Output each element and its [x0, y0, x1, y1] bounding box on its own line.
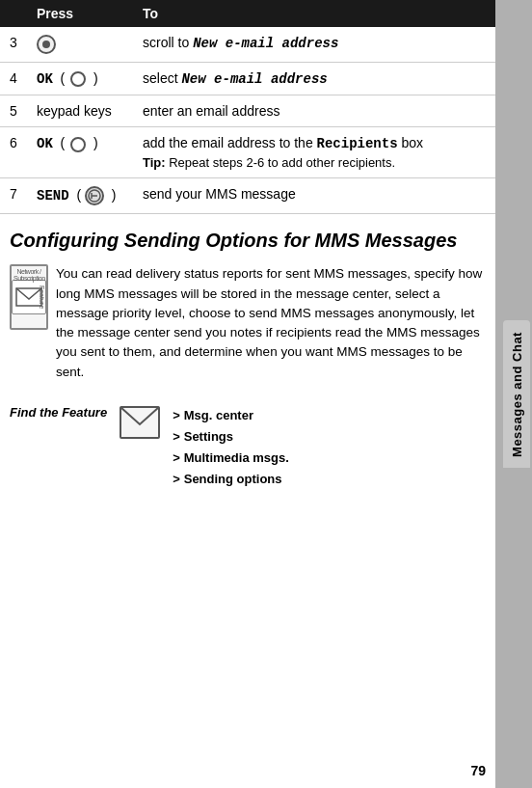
row-to: enter an email address: [133, 95, 495, 127]
row-num: 3: [0, 27, 27, 63]
step-label-4: Sending options: [184, 469, 282, 490]
configure-body-wrapper: Network / Subscription Feature You can r…: [10, 264, 486, 382]
table-row: 7 SEND ( ): [0, 178, 495, 214]
row-num: 5: [0, 95, 27, 127]
find-feature-section: Find the Feature > Msg. center > Setting…: [0, 392, 495, 500]
scroll-icon: [37, 35, 56, 54]
col-header-to: To: [133, 0, 495, 27]
feature-icon: Network / Subscription Feature: [10, 264, 48, 330]
page-number: 79: [470, 763, 486, 778]
row-to: scroll to New e-mail address: [133, 27, 495, 63]
row-num: 7: [0, 178, 27, 214]
row-num: 4: [0, 63, 27, 95]
step-label-1: Msg. center: [184, 405, 253, 426]
ok-button-circle2: [70, 137, 86, 152]
new-email-label2: New e-mail address: [181, 71, 327, 87]
tip-text: Tip: Repeat steps 2-6 to add other recip…: [143, 155, 486, 170]
table-row: 4 OK ( ) select New e-mail address: [0, 63, 495, 95]
col-header-press: Press: [27, 0, 133, 27]
arc-text-feature: Feature: [39, 285, 45, 309]
sidebar-tab: Messages and Chat: [503, 320, 530, 469]
configure-text: You can read delivery status reports for…: [56, 264, 486, 382]
table-row: 5 keypad keys enter an email address: [0, 95, 495, 127]
row-to: send your MMS message: [133, 178, 495, 214]
arrow-icon-2: >: [173, 426, 180, 448]
find-feature-steps: > Msg. center > Settings > Multimedia ms…: [173, 405, 289, 490]
arrow-icon-1: >: [173, 405, 180, 426]
main-content: Press To 3 scroll to New e-mail address: [0, 0, 495, 788]
find-step-3: > Multimedia msgs.: [173, 448, 289, 469]
table-section: Press To 3 scroll to New e-mail address: [0, 0, 495, 214]
ok-key-label2: OK: [37, 136, 53, 151]
recipients-label: Recipients: [317, 136, 398, 151]
row-press: [27, 27, 133, 63]
arrow-icon-4: >: [173, 469, 180, 490]
configure-title: Configuring Sending Options for MMS Mess…: [10, 228, 486, 253]
right-sidebar: Messages and Chat: [495, 0, 532, 788]
row-press: keypad keys: [27, 95, 133, 127]
row-num: 6: [0, 127, 27, 178]
page-container: Press To 3 scroll to New e-mail address: [0, 0, 532, 788]
step-label-2: Settings: [184, 426, 233, 448]
row-to: select New e-mail address: [133, 63, 495, 95]
find-step-4: > Sending options: [173, 469, 289, 490]
row-press: OK ( ): [27, 63, 133, 95]
configure-section: Configuring Sending Options for MMS Mess…: [0, 214, 495, 392]
row-to: add the email address to the Recipients …: [133, 127, 495, 178]
row-press: SEND ( ): [27, 178, 133, 214]
find-feature-label: Find the Feature: [10, 405, 107, 420]
step-label-3: Multimedia msgs.: [184, 448, 289, 469]
table-row: 3 scroll to New e-mail address: [0, 27, 495, 63]
send-button-icon: [85, 186, 104, 205]
ok-button-circle: [70, 71, 86, 87]
col-header-num: [0, 0, 27, 27]
find-step-1: > Msg. center: [173, 405, 289, 426]
arc-text-network: Network / Subscription: [13, 268, 44, 282]
send-key-label: SEND: [37, 188, 69, 204]
find-step-2: > Settings: [173, 426, 289, 448]
row-press: OK ( ): [27, 127, 133, 178]
table-row: 6 OK ( ) add the email address to the Re…: [0, 127, 495, 178]
arrow-icon-3: >: [173, 448, 180, 469]
sidebar-label: Messages and Chat: [510, 332, 524, 457]
ok-key-label: OK: [37, 71, 53, 87]
steps-table: Press To 3 scroll to New e-mail address: [0, 0, 495, 214]
new-email-label: New e-mail address: [193, 36, 338, 51]
keypad-keys-label: keypad keys: [37, 103, 112, 119]
find-feature-envelope-icon: [119, 405, 161, 443]
